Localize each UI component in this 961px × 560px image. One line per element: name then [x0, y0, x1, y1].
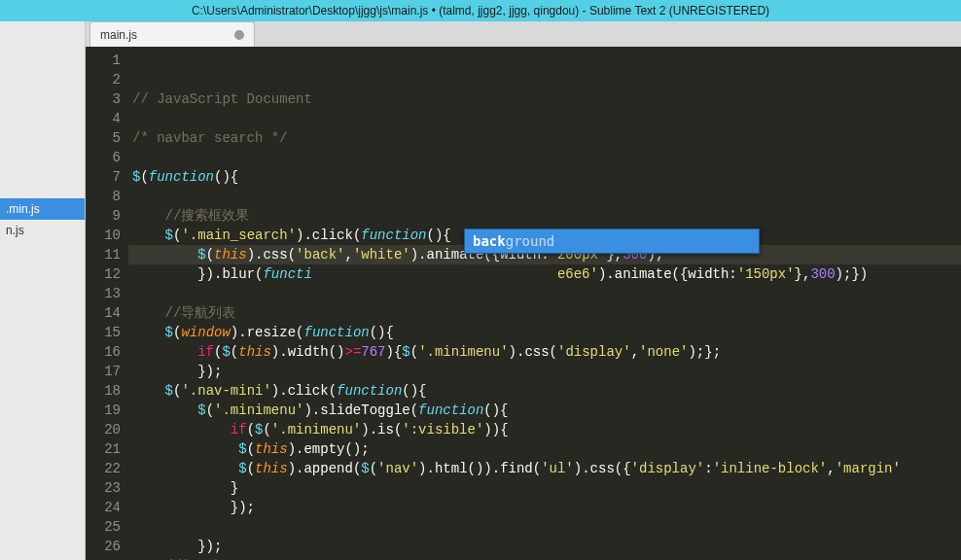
sidebar-file-item[interactable]: .min.js [0, 198, 85, 220]
code-token: '.nav-mini' [181, 383, 270, 399]
code-line[interactable]: }); [128, 537, 961, 556]
window-title-bar: C:\Users\Administrator\Desktop\jjgg\js\m… [0, 0, 961, 21]
code-line[interactable]: } [128, 478, 961, 498]
code-token: //导航列表 [165, 305, 236, 321]
code-token: function [303, 325, 369, 340]
code-token: '.minimenu' [271, 422, 361, 438]
code-token: /* navbar search */ [132, 130, 288, 146]
code-token: ( [410, 402, 418, 418]
line-number: 3 [89, 89, 121, 109]
code-token: ()). [468, 461, 501, 476]
line-number-gutter: 1234567891011121314151617181920212223242… [86, 47, 128, 560]
code-token: width [288, 344, 329, 360]
code-token: css [524, 344, 549, 360]
code-token: if [197, 344, 214, 360]
code-line[interactable]: $(window).resize(function(){ [128, 323, 961, 342]
code-line[interactable]: $(this).append($('nav').html()).find('ul… [128, 459, 961, 478]
code-line[interactable]: if($(this).width()>=767){$('.minimenu').… [128, 342, 961, 362]
code-token: html [435, 461, 468, 476]
code-token: ). [509, 344, 525, 360]
code-token: ). [418, 461, 435, 476]
code-token: );}) [836, 266, 869, 282]
code-token: ( [550, 344, 557, 360]
code-line[interactable] [128, 284, 961, 303]
code-line[interactable]: // JavaScript Document [128, 89, 961, 109]
code-line[interactable]: $('.minimenu').slideToggle(function(){ [128, 401, 961, 420]
code-line[interactable]: //导航列表 [128, 303, 961, 323]
code-token: css [590, 461, 615, 476]
workspace: .min.jsn.js main.js 12345678910111213141… [0, 21, 961, 560]
code-line[interactable]: $('.nav-mini').click(function(){ [128, 381, 961, 401]
code-line[interactable] [128, 148, 961, 167]
code-token: ( [206, 247, 214, 262]
code-token: ( [206, 402, 214, 418]
code-token: ). [410, 247, 427, 262]
code-token: $ [197, 247, 205, 262]
code-token: if [231, 422, 247, 438]
code-line[interactable]: //imgchange [128, 556, 961, 560]
code-token: $ [238, 461, 246, 476]
editor-tab[interactable]: main.js [89, 21, 255, 47]
code-token: $ [222, 344, 230, 360]
code-line[interactable]: //搜索框效果 [128, 206, 961, 226]
code-content[interactable]: // JavaScript Document/* navbar search *… [128, 47, 961, 560]
line-number: 26 [89, 537, 121, 556]
code-token: ){ [386, 344, 403, 360]
code-token: 'inline-block' [713, 461, 828, 476]
code-line[interactable]: }); [128, 362, 961, 381]
code-token: '.minimenu' [418, 344, 508, 360]
line-number: 11 [89, 245, 121, 264]
code-token: '.main_search' [181, 228, 296, 243]
line-number: 9 [89, 206, 121, 226]
code-token: 300 [810, 266, 835, 282]
code-token: find [500, 461, 533, 476]
code-line[interactable]: if($('.minimenu').is(':visible')){ [128, 420, 961, 439]
code-line[interactable]: /* navbar search */ [128, 128, 961, 148]
code-token: click [288, 383, 329, 399]
code-token: function [337, 383, 402, 399]
code-token: css [263, 247, 287, 262]
autocomplete-popup[interactable]: background [464, 228, 760, 254]
code-line[interactable]: $(function(){ [128, 167, 961, 187]
code-token: (); [344, 441, 369, 457]
code-token: ( [410, 344, 418, 360]
line-number: 24 [89, 498, 121, 517]
code-token: e6e6' [557, 266, 598, 282]
code-token [312, 266, 557, 282]
code-line[interactable]: }).blur(functi e6e6').animate({width:'15… [128, 264, 961, 284]
code-token: } [132, 480, 238, 496]
code-line[interactable] [128, 109, 961, 128]
code-line[interactable] [128, 517, 961, 537]
code-token: ). [598, 266, 615, 282]
code-line[interactable] [128, 187, 961, 206]
file-sidebar[interactable]: .min.jsn.js [0, 21, 86, 560]
code-token: $ [361, 461, 369, 476]
tab-bar[interactable]: main.js [86, 21, 961, 47]
code-token: 'display' [557, 344, 631, 360]
code-token: 'white' [353, 247, 410, 262]
code-token: (){ [214, 169, 238, 185]
code-token [132, 305, 165, 321]
code-line[interactable]: }); [128, 498, 961, 517]
code-pane[interactable]: 1234567891011121314151617181920212223242… [86, 47, 961, 560]
code-token: ( [247, 461, 255, 476]
code-token: (){ [427, 228, 451, 243]
line-number: 1 [89, 51, 121, 70]
code-token [132, 441, 238, 457]
code-token: function [418, 402, 483, 418]
code-token: resize [247, 325, 296, 340]
line-number: 25 [89, 517, 121, 537]
code-token: ). [231, 325, 247, 340]
code-token: this [214, 247, 247, 262]
code-token: ( [288, 247, 296, 262]
code-token: window [181, 325, 230, 340]
code-token: 'none' [639, 344, 688, 360]
code-line[interactable]: $(this).empty(); [128, 439, 961, 459]
code-token [132, 247, 197, 262]
code-token: (){ [402, 383, 426, 399]
tab-label: main.js [100, 28, 137, 42]
code-token: , [631, 344, 639, 360]
code-token: 'ul' [541, 461, 574, 476]
sidebar-file-item[interactable]: n.js [0, 220, 85, 241]
line-number: 16 [89, 342, 121, 362]
